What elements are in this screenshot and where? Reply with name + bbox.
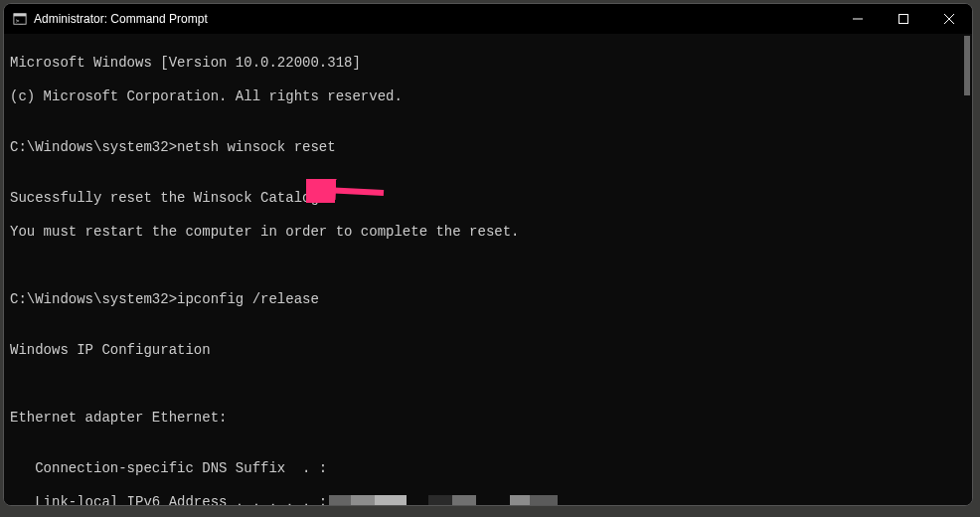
svg-rect-4 [899, 15, 908, 24]
prompt-path: C:\Windows\system32> [10, 139, 177, 155]
prompt-line: C:\Windows\system32>ipconfig /release [10, 291, 966, 308]
prompt-path: C:\Windows\system32> [10, 291, 177, 307]
output-line: You must restart the computer in order t… [10, 224, 966, 241]
output-text: Link-local IPv6 Address . . . . . : [10, 494, 327, 505]
command-prompt-window: >_ Administrator: Command Prompt Microso… [3, 3, 973, 506]
redacted-ipv6 [329, 495, 558, 505]
output-line: Connection-specific DNS Suffix . : [10, 460, 966, 477]
output-line: Link-local IPv6 Address . . . . . : [10, 494, 966, 505]
output-line: Ethernet adapter Ethernet: [10, 410, 966, 427]
scrollbar-thumb[interactable] [964, 36, 970, 95]
output-line: Microsoft Windows [Version 10.0.22000.31… [10, 55, 966, 72]
prompt-command: ipconfig /release [177, 291, 319, 307]
window-controls [835, 4, 972, 34]
titlebar[interactable]: >_ Administrator: Command Prompt [4, 4, 972, 34]
terminal-output[interactable]: Microsoft Windows [Version 10.0.22000.31… [4, 34, 972, 505]
minimize-button[interactable] [835, 4, 881, 34]
output-line: Sucessfully reset the Winsock Catalog. [10, 190, 966, 207]
maximize-button[interactable] [881, 4, 926, 34]
close-button[interactable] [926, 4, 972, 34]
svg-text:>_: >_ [16, 17, 24, 25]
window-title: Administrator: Command Prompt [34, 12, 208, 26]
cmd-icon: >_ [12, 11, 28, 27]
prompt-command: netsh winsock reset [177, 139, 336, 155]
output-line: (c) Microsoft Corporation. All rights re… [10, 88, 966, 105]
output-line: Windows IP Configuration [10, 342, 966, 359]
prompt-line: C:\Windows\system32>netsh winsock reset [10, 139, 966, 156]
